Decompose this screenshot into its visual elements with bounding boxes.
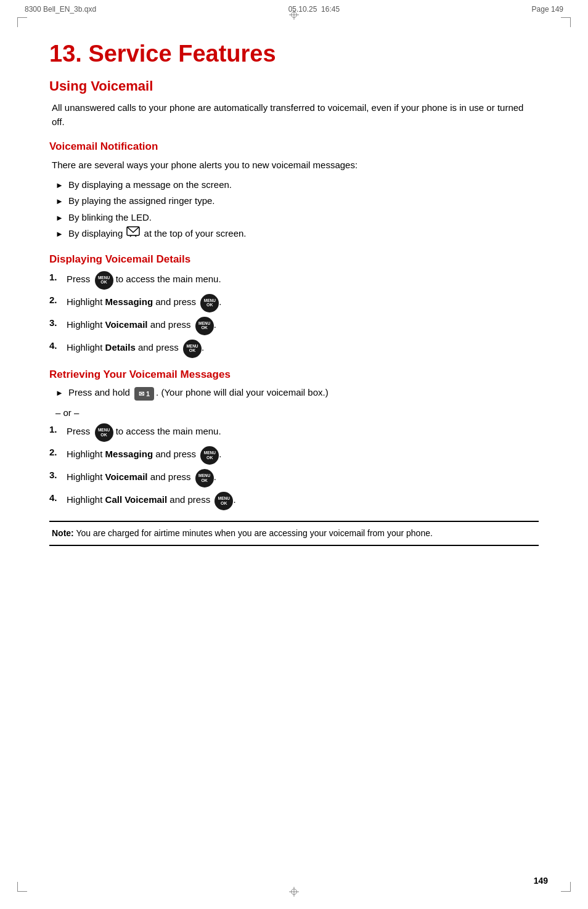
menu-button-1: MENU OK	[95, 271, 113, 290]
menu-button-2: MENU OK	[200, 294, 219, 312]
or-divider: – or –	[55, 407, 539, 418]
displaying-steps: 1. Press MENU OK to access the main menu…	[49, 271, 539, 357]
crop-mark-bl	[17, 882, 27, 892]
retrieve-step-4: 4. Highlight Call Voicemail and press ME…	[49, 491, 539, 510]
menu-button-r1: MENU OK	[95, 423, 113, 442]
note-box: Note: You are charged for airtime minute…	[49, 521, 539, 546]
bullet-item-1: ► By displaying a message on the screen.	[55, 178, 539, 192]
note-text: You are charged for airtime minutes when…	[76, 528, 432, 538]
page-number: 149	[534, 876, 548, 886]
bullet-arrow-4: ►	[55, 228, 63, 240]
menu-button-r2: MENU OK	[200, 446, 219, 465]
notification-intro: There are several ways your phone alerts…	[52, 158, 539, 172]
page-ref: Page 149	[532, 5, 563, 14]
menu-button-3: MENU OK	[195, 317, 214, 335]
bullet-arrow-1: ►	[55, 179, 63, 192]
crop-mark-br	[561, 882, 571, 892]
step-num-3: 3.	[49, 316, 67, 330]
ret-step-num-2: 2.	[49, 446, 67, 460]
bullet-item-4: ► By displaying at the top of your scree…	[55, 227, 539, 242]
retrieving-bullet-item: ► Press and hold ✉ 1 . (Your phone will …	[55, 386, 539, 400]
bullet-item-2: ► By playing the assigned ringer type.	[55, 194, 539, 208]
page-container: 8300 Bell_EN_3b.qxd 05.10.25 16:45 Page …	[0, 0, 588, 909]
bullet-arrow-3: ►	[55, 212, 63, 224]
subsection-title-retrieving: Retrieving Your Voicemail Messages	[49, 369, 539, 381]
ret-step-num-4: 4.	[49, 491, 67, 505]
display-step-4: 4. Highlight Details and press MENU OK .	[49, 339, 539, 357]
section-intro: All unanswered calls to your phone are a…	[52, 100, 539, 129]
filename-date: 8300 Bell_EN_3b.qxd	[25, 5, 96, 14]
retrieve-step-3: 3. Highlight Voicemail and press MENU OK…	[49, 468, 539, 487]
step-num-4: 4.	[49, 339, 67, 353]
ret-step-num-3: 3.	[49, 468, 67, 483]
crop-mark-tl	[17, 17, 27, 27]
step-num-1: 1.	[49, 271, 67, 285]
ret-step-num-1: 1.	[49, 423, 67, 437]
retrieve-step-1: 1. Press MENU OK to access the main menu…	[49, 423, 539, 441]
menu-button-4: MENU OK	[183, 340, 202, 358]
bullet-item-3: ► By blinking the LED.	[55, 211, 539, 225]
notification-bullets: ► By displaying a message on the screen.…	[55, 178, 539, 242]
display-step-2: 2. Highlight Messaging and press MENU OK…	[49, 293, 539, 312]
menu-button-r4: MENU OK	[214, 492, 233, 510]
retrieving-steps: 1. Press MENU OK to access the main menu…	[49, 423, 539, 510]
subsection-title-notification: Voicemail Notification	[49, 141, 539, 153]
note-label: Note:	[52, 528, 74, 538]
display-step-1: 1. Press MENU OK to access the main menu…	[49, 271, 539, 289]
retrieve-step-2: 2. Highlight Messaging and press MENU OK…	[49, 446, 539, 464]
step-num-2: 2.	[49, 293, 67, 308]
key-1-button: ✉ 1	[134, 387, 154, 401]
crop-mark-tr	[561, 17, 571, 27]
subsection-title-displaying: Displaying Voicemail Details	[49, 253, 539, 266]
display-step-3: 3. Highlight Voicemail and press MENU OK…	[49, 316, 539, 335]
reg-mark-top	[289, 10, 299, 20]
section-title-using-voicemail: Using Voicemail	[49, 78, 539, 94]
main-content: 13. Service Features Using Voicemail All…	[0, 16, 588, 583]
chapter-title: 13. Service Features	[49, 41, 539, 67]
bullet-arrow-retrieve: ►	[55, 387, 63, 399]
retrieving-bullet: ► Press and hold ✉ 1 . (Your phone will …	[55, 386, 539, 400]
voicemail-icon-display	[126, 226, 140, 242]
reg-mark-bottom	[289, 887, 299, 897]
bullet-arrow-2: ►	[55, 195, 63, 208]
menu-button-r3: MENU OK	[195, 469, 214, 487]
